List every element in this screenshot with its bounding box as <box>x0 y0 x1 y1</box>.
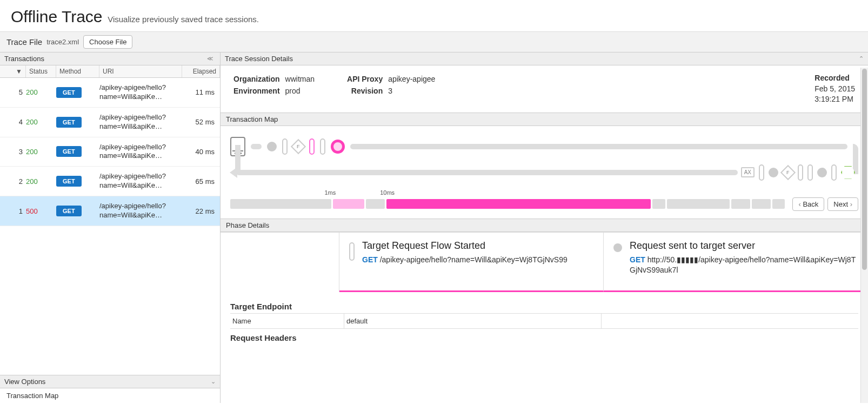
collapse-left-icon[interactable]: ≪ <box>205 55 216 62</box>
page-header: Offline Trace Visualize previously saved… <box>0 0 868 32</box>
tx-uri: /apikey-apigee/hello?name=Will&apiKe… <box>99 143 182 161</box>
method-badge: GET <box>56 87 82 98</box>
col-elapsed-header[interactable]: Elapsed <box>182 65 220 77</box>
proxy-value: apikey-apigee <box>388 73 435 85</box>
page-subtitle: Visualize previously saved trace session… <box>108 15 259 24</box>
transactions-panel-title: Transactions ≪ <box>0 52 220 65</box>
rev-value: 3 <box>388 85 435 97</box>
tx-index: 2 <box>0 177 26 186</box>
transactions-header-row: ▼ Status Method URI Elapsed <box>0 65 220 78</box>
tracefile-bar: Trace File trace2.xml Choose File <box>0 32 868 52</box>
session-details-title-bar: Trace Session Details ⌃ <box>221 52 868 65</box>
timing-bar[interactable]: 1ms 10ms <box>230 199 785 209</box>
col-uri-header[interactable]: URI <box>99 65 182 77</box>
phase-path: /apikey-apigee/hello?name=Will&apiKey=Wj… <box>380 255 567 264</box>
flow-node-condition[interactable]: F <box>780 165 796 180</box>
tx-status: 200 <box>26 118 56 126</box>
phase-details-title: Phase Details <box>226 221 269 229</box>
response-flow-row: AX F <box>230 160 858 186</box>
phase-card-request-line: GET /apikey-apigee/hello?name=Will&apiKe… <box>362 255 567 266</box>
right-pane: Trace Session Details ⌃ Organization Env… <box>221 52 868 403</box>
expand-details-icon[interactable]: ⌃ <box>859 55 864 62</box>
transactions-list[interactable]: 5200GET/apikey-apigee/hello?name=Will&ap… <box>0 78 220 375</box>
tx-method: GET <box>56 87 99 98</box>
col-sort-icon[interactable]: ▼ <box>0 65 26 77</box>
flow-node-dot[interactable] <box>769 168 778 177</box>
recorded-time: 3:19:21 PM <box>814 94 855 105</box>
tx-status: 200 <box>26 88 56 96</box>
env-value: prod <box>285 85 315 97</box>
env-label: Environment <box>233 85 280 97</box>
request-headers-heading: Request Headers <box>230 333 858 342</box>
target-endpoint-section: Target Endpoint Name default Request Hea… <box>221 292 868 345</box>
transaction-row[interactable]: 5200GET/apikey-apigee/hello?name=Will&ap… <box>0 78 220 108</box>
transaction-row[interactable]: 1500GET/apikey-apigee/hello?name=Will&ap… <box>0 196 220 226</box>
phase-card-request-sent[interactable]: Request sent to target server GET http:/… <box>604 233 868 292</box>
tx-method: GET <box>56 176 99 187</box>
view-options-title[interactable]: View Options ⌄ <box>0 375 220 388</box>
tx-elapsed: 40 ms <box>182 148 220 156</box>
right-scrollbar[interactable] <box>860 68 868 403</box>
request-flow-row: F <box>230 134 858 160</box>
flow-node-dot[interactable] <box>817 168 827 177</box>
flow-node-pill[interactable] <box>320 138 325 155</box>
tracefile-name: trace2.xml <box>46 38 79 46</box>
tx-status: 500 <box>26 207 56 215</box>
tx-uri: /apikey-apigee/hello?name=Will&apiKe… <box>99 83 182 102</box>
phase-method: GET <box>362 255 378 264</box>
phase-card-request-flow-started[interactable]: Target Request Flow Started GET /apikey-… <box>339 233 604 292</box>
response-nodes: AX F <box>738 164 858 181</box>
flow-node-ax[interactable]: AX <box>741 167 755 177</box>
flow-segment <box>350 144 847 149</box>
col-status-header[interactable]: Status <box>26 65 56 77</box>
tx-elapsed: 22 ms <box>182 207 220 215</box>
view-option-transaction-map[interactable]: Transaction Map <box>6 392 58 400</box>
flow-segment <box>251 144 262 149</box>
phase-card-spacer <box>221 233 339 292</box>
flow-node-selected[interactable] <box>331 140 345 154</box>
transactions-title-text: Transactions <box>4 55 44 63</box>
col-method-header[interactable]: Method <box>56 65 99 77</box>
tx-method: GET <box>56 206 99 216</box>
session-info: Organization Environment wwitman prod AP… <box>221 65 868 113</box>
transaction-row[interactable]: 3200GET/apikey-apigee/hello?name=Will&ap… <box>0 137 220 167</box>
transaction-row[interactable]: 4200GET/apikey-apigee/hello?name=Will&ap… <box>0 108 220 137</box>
phase-path: http://50.▮▮▮▮▮/apikey-apigee/hello?name… <box>630 255 856 275</box>
tx-method: GET <box>56 117 99 128</box>
tx-index: 4 <box>0 118 26 126</box>
choose-file-button[interactable]: Choose File <box>83 35 132 49</box>
proxy-label: API Proxy <box>347 73 383 85</box>
flow-node-pill[interactable] <box>807 164 813 181</box>
tx-uri: /apikey-apigee/hello?name=Will&apiKe… <box>99 172 182 190</box>
tx-elapsed: 11 ms <box>182 88 220 96</box>
phase-card-request-line: GET http://50.▮▮▮▮▮/apikey-apigee/hello?… <box>630 255 858 276</box>
te-name-value: default <box>344 314 601 328</box>
phase-card-title: Target Request Flow Started <box>362 240 567 252</box>
phase-method: GET <box>630 255 645 264</box>
flow-node-pill[interactable] <box>798 164 803 181</box>
flow-segment <box>236 170 738 175</box>
target-endpoint-heading: Target Endpoint <box>230 302 858 311</box>
target-node-icon[interactable] <box>841 166 855 180</box>
te-empty-cell <box>601 314 858 328</box>
view-options-title-text: View Options <box>4 378 45 386</box>
tracefile-label: Trace File <box>6 37 42 47</box>
back-button[interactable]: ‹ Back <box>792 197 824 211</box>
expand-view-options-icon[interactable]: ⌄ <box>211 378 216 385</box>
timing-tick-1ms: 1ms <box>324 189 336 196</box>
tx-uri: /apikey-apigee/hello?name=Will&apiKe… <box>99 113 182 131</box>
flow-node-dot[interactable] <box>267 142 277 151</box>
org-env-block: Organization Environment wwitman prod <box>233 73 315 97</box>
tx-index: 5 <box>0 88 26 96</box>
flow-node-pill-pink[interactable] <box>309 138 315 155</box>
tx-elapsed: 65 ms <box>182 177 220 186</box>
flow-node-condition[interactable]: F <box>291 139 306 154</box>
proxy-rev-block: API Proxy Revision apikey-apigee 3 <box>347 73 435 97</box>
session-details-title: Trace Session Details <box>225 55 293 63</box>
flow-node-pill[interactable] <box>759 164 764 181</box>
next-button[interactable]: Next › <box>827 197 858 211</box>
flow-node-pill[interactable] <box>831 164 837 181</box>
org-label: Organization <box>233 73 280 85</box>
transaction-row[interactable]: 2200GET/apikey-apigee/hello?name=Will&ap… <box>0 167 220 196</box>
flow-node-pill[interactable] <box>282 138 288 155</box>
